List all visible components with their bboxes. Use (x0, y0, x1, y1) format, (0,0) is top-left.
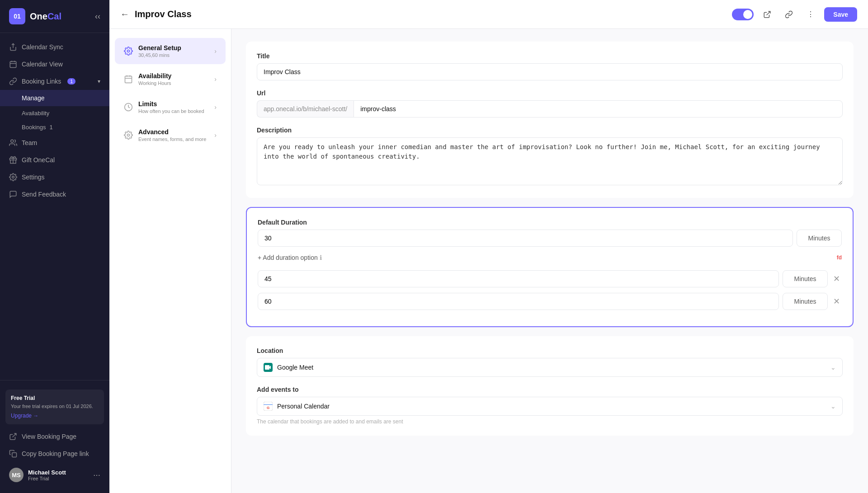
sidebar-item-calendar-sync[interactable]: Calendar Sync (0, 38, 109, 56)
sidebar-item-calendar-view[interactable]: Calendar View (0, 56, 109, 73)
user-role: Free Trial (28, 476, 89, 481)
topbar-actions: ⋮ Save (732, 6, 857, 23)
sidebar-item-view-booking-page[interactable]: View Booking Page (0, 428, 109, 445)
sidebar-item-copy-booking-link[interactable]: Copy Booking Page link (0, 445, 109, 462)
bookings-badge: 1 (49, 124, 52, 131)
title-input[interactable] (257, 63, 843, 80)
remove-duration-button[interactable]: ✕ (831, 272, 842, 286)
location-value: Google Meet (277, 364, 826, 371)
upgrade-link[interactable]: Upgrade → (11, 413, 38, 419)
content-area: General Setup 30,45,60 mins › Availabili… (109, 29, 868, 493)
location-section: Location Google Meet ⌄ Add events to (246, 336, 854, 436)
page-title: Improv Class (135, 9, 726, 19)
add-duration-option-button[interactable]: + Add duration option (258, 252, 318, 263)
chevron-down-icon: ⌄ (830, 403, 836, 410)
external-link-button[interactable] (759, 6, 775, 23)
svg-line-10 (767, 11, 770, 15)
sidebar-item-gift-onecal[interactable]: Gift OneCal (0, 151, 109, 169)
free-trial-box: Free Trial Your free trial expires on 01… (5, 390, 104, 424)
app-name: OneCal (30, 11, 61, 22)
collapse-icon[interactable]: ‹‹ (95, 12, 100, 21)
calendar-selector[interactable]: G Personal Calendar ⌄ (257, 397, 843, 416)
default-duration-row: Minutes (258, 230, 842, 247)
sidebar-item-bookings[interactable]: Bookings 1 (0, 120, 109, 134)
svg-point-11 (127, 50, 130, 52)
duration-option-unit: Minutes (783, 293, 828, 310)
right-panel: Title Url app.onecal.io/b/michael-scott/… (231, 29, 868, 493)
main-content: ← Improv Class ⋮ Save General Setup 30,4… (109, 0, 868, 493)
menu-item-advanced[interactable]: Advanced Event names, forms, and more › (115, 122, 226, 148)
location-selector[interactable]: Google Meet ⌄ (257, 358, 843, 377)
basic-info-section: Title Url app.onecal.io/b/michael-scott/… (246, 42, 854, 198)
default-duration-input[interactable] (258, 230, 793, 247)
duration-option-unit: Minutes (783, 270, 828, 287)
description-input[interactable]: Are you ready to unleash your inner come… (257, 137, 843, 185)
user-menu-button[interactable]: ⋯ (93, 471, 100, 479)
svg-rect-1 (10, 61, 16, 68)
active-toggle[interactable] (732, 9, 754, 20)
menu-item-title: Availability (138, 72, 209, 80)
sidebar-item-settings[interactable]: Settings (0, 169, 109, 186)
menu-item-general-setup[interactable]: General Setup 30,45,60 mins › (115, 38, 226, 64)
back-button[interactable]: ← (120, 9, 129, 19)
remove-duration-button[interactable]: ✕ (831, 295, 842, 308)
left-panel: General Setup 30,45,60 mins › Availabili… (109, 29, 231, 493)
topbar: ← Improv Class ⋮ Save (109, 0, 868, 29)
avatar: MS (9, 468, 24, 482)
sidebar-item-label: Copy Booking Page link (22, 450, 89, 457)
location-label: Location (257, 347, 843, 354)
calendar-value: Personal Calendar (277, 403, 826, 410)
sidebar-nav: Calendar Sync Calendar View Booking Link… (0, 33, 109, 380)
svg-text:G: G (267, 406, 269, 410)
info-icon: ℹ (320, 254, 322, 261)
menu-item-availability[interactable]: Availability Working Hours › (115, 66, 226, 92)
sidebar-item-label: Gift OneCal (22, 156, 55, 164)
sidebar-logo: 01 OneCal ‹‹ (0, 0, 109, 33)
duration-option-input[interactable] (258, 270, 779, 287)
chevron-right-icon: › (214, 47, 217, 55)
chevron-right-icon: › (214, 103, 217, 111)
calendar-helper-text: The calendar that bookings are added to … (257, 418, 843, 425)
chevron-right-icon: › (214, 75, 217, 83)
sidebar-item-manage[interactable]: Manage (0, 90, 109, 106)
menu-item-title: Advanced (138, 128, 209, 136)
default-duration-label: Default Duration (258, 219, 842, 226)
duration-option-input[interactable] (258, 293, 779, 310)
duration-option-row: Minutes ✕ (258, 293, 842, 310)
menu-item-subtitle: Working Hours (138, 80, 209, 86)
free-trial-description: Your free trial expires on 01 Jul 2026. (11, 403, 99, 410)
url-suffix-input[interactable] (354, 100, 843, 117)
svg-rect-20 (264, 404, 273, 405)
menu-item-subtitle: 30,45,60 mins (138, 52, 209, 58)
sidebar-item-label: View Booking Page (22, 433, 76, 440)
more-options-button[interactable]: ⋮ (802, 6, 819, 23)
chevron-right-icon: › (214, 131, 217, 139)
menu-item-limits[interactable]: Limits How often you can be booked › (115, 94, 226, 120)
svg-line-8 (13, 433, 16, 437)
default-duration-unit: Minutes (797, 230, 842, 247)
sidebar-item-send-feedback[interactable]: Send Feedback (0, 186, 109, 203)
logo-icon: 01 (9, 8, 25, 24)
description-label: Description (257, 127, 843, 134)
menu-item-subtitle: Event names, forms, and more (138, 136, 209, 142)
sidebar-item-booking-links[interactable]: Booking Links 1 ▾ (0, 73, 109, 90)
sidebar-item-label: Calendar Sync (22, 43, 63, 51)
sidebar-item-availability[interactable]: Availability (0, 106, 109, 120)
sidebar-item-label: Team (22, 139, 37, 146)
duration-option-row: Minutes ✕ (258, 270, 842, 287)
sidebar-item-team[interactable]: Team (0, 134, 109, 151)
sidebar-item-label: Calendar View (22, 61, 63, 68)
menu-item-title: General Setup (138, 44, 209, 52)
svg-point-17 (127, 134, 130, 136)
chevron-down-icon: ⌄ (830, 364, 836, 371)
link-copy-button[interactable] (781, 6, 797, 23)
save-button[interactable]: Save (824, 7, 857, 22)
svg-rect-9 (12, 453, 17, 457)
menu-item-title: Limits (138, 100, 209, 108)
free-trial-title: Free Trial (11, 395, 99, 401)
user-profile[interactable]: MS Michael Scott Free Trial ⋯ (0, 462, 109, 488)
duration-section: Default Duration Minutes + Add duration … (246, 207, 854, 327)
sidebar-item-label: Booking Links (22, 78, 61, 85)
url-row: app.onecal.io/b/michael-scott/ (257, 100, 843, 117)
google-calendar-icon: G (264, 402, 273, 411)
